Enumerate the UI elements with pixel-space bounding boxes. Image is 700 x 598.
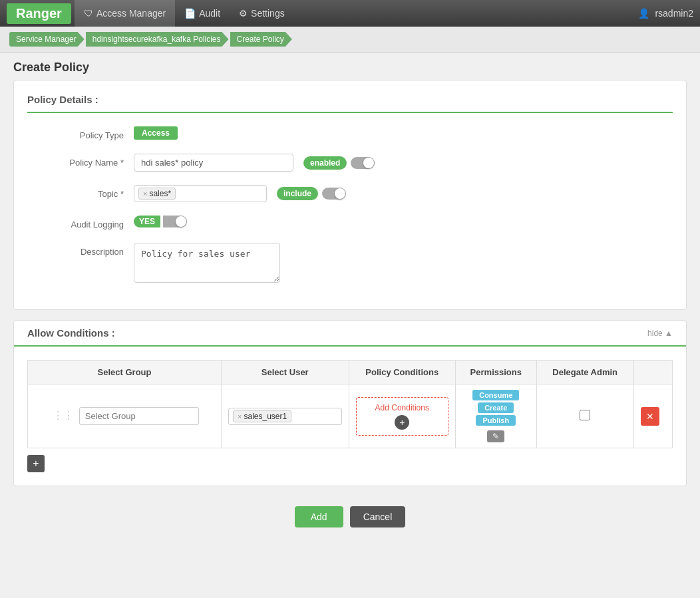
- toggle-knob: [363, 158, 374, 168]
- perm-publish: Publish: [476, 415, 516, 426]
- description-textarea[interactable]: Policy for sales user: [134, 243, 280, 283]
- policy-type-badge: Access: [134, 126, 178, 140]
- permissions-cell: Consume Create Publish ✎: [455, 384, 536, 448]
- table-row: ⋮⋮ × sales_user1: [28, 384, 673, 448]
- description-controls: Policy for sales user: [134, 243, 673, 283]
- topic-row: Topic * × sales* include: [27, 185, 673, 202]
- delete-row-button[interactable]: ✕: [641, 407, 659, 426]
- user-tag-remove[interactable]: ×: [238, 412, 242, 420]
- col-header-actions: [633, 361, 672, 384]
- topic-tag-input[interactable]: × sales*: [134, 185, 267, 202]
- cancel-button[interactable]: Cancel: [350, 506, 406, 527]
- conditions-cell: Add Conditions +: [349, 384, 455, 448]
- nav-access-manager[interactable]: 🛡 Access Manager: [75, 0, 175, 27]
- main-content: Policy Details : Policy Type Access Poli…: [0, 80, 700, 551]
- user-tag: × sales_user1: [233, 410, 291, 422]
- hide-link[interactable]: hide ▲: [647, 329, 673, 338]
- col-header-select-user: Select User: [222, 361, 349, 384]
- add-conditions-button[interactable]: Add Conditions +: [356, 397, 448, 436]
- nav-settings[interactable]: ⚙ Settings: [230, 0, 294, 27]
- description-row: Description Policy for sales user: [27, 243, 673, 283]
- include-label: include: [277, 187, 318, 200]
- topic-label: Topic *: [27, 185, 134, 199]
- policy-type-value: Access: [134, 126, 673, 140]
- permissions-edit-button[interactable]: ✎: [487, 430, 504, 442]
- policy-name-row: Policy Name * enabled: [27, 154, 673, 172]
- audit-logging-label: Audit Logging: [27, 216, 134, 229]
- top-navigation: Ranger 🛡 Access Manager 📄 Audit ⚙ Settin…: [0, 0, 700, 27]
- allow-conditions-title: Allow Conditions :: [27, 327, 115, 339]
- policy-details-section-title: Policy Details :: [27, 94, 673, 113]
- include-toggle[interactable]: [322, 188, 346, 200]
- topic-controls: × sales* include: [134, 185, 673, 202]
- user-info: 👤 rsadmin2: [638, 8, 693, 19]
- policy-name-label: Policy Name *: [27, 154, 134, 168]
- include-toggle-wrap: include: [277, 187, 346, 200]
- add-button[interactable]: Add: [295, 506, 343, 527]
- topic-tag: × sales*: [138, 188, 176, 200]
- col-header-policy-conditions: Policy Conditions: [349, 361, 455, 384]
- drag-handle[interactable]: ⋮⋮: [50, 407, 77, 424]
- allow-conditions-header: Allow Conditions : hide ▲: [14, 321, 686, 347]
- perm-create: Create: [478, 402, 514, 413]
- delete-cell: ✕: [633, 384, 672, 448]
- add-row-button[interactable]: +: [27, 455, 45, 472]
- permissions-wrap: Consume Create Publish ✎: [462, 390, 530, 442]
- doc-icon: 📄: [184, 8, 196, 19]
- user-icon: 👤: [638, 8, 649, 19]
- add-conditions-plus-icon[interactable]: +: [395, 415, 409, 430]
- perm-consume: Consume: [472, 390, 519, 400]
- audit-logging-controls: YES: [134, 216, 673, 227]
- group-cell: ⋮⋮: [28, 384, 222, 448]
- topic-tag-remove[interactable]: ×: [143, 190, 147, 198]
- policy-type-label: Policy Type: [27, 126, 134, 140]
- breadcrumb: Service Manager hdinsightsecurekafka_kaf…: [0, 27, 700, 53]
- description-label: Description: [27, 243, 134, 257]
- audit-toggle[interactable]: [163, 216, 187, 227]
- conditions-area: Select Group Select User Policy Conditio…: [14, 347, 686, 486]
- audit-toggle-knob: [176, 216, 186, 227]
- policy-enabled-toggle[interactable]: [351, 157, 375, 169]
- conditions-table: Select Group Select User Policy Conditio…: [27, 360, 673, 448]
- user-tag-input[interactable]: × sales_user1: [228, 408, 342, 425]
- nav-audit[interactable]: 📄 Audit: [175, 0, 230, 27]
- policy-name-input[interactable]: [134, 154, 293, 172]
- breadcrumb-kafka-policies[interactable]: hdinsightsecurekafka_kafka Policies: [86, 32, 229, 47]
- col-header-permissions: Permissions: [455, 361, 536, 384]
- policy-type-row: Policy Type Access: [27, 126, 673, 140]
- user-cell: × sales_user1: [222, 384, 349, 448]
- policy-name-controls: enabled: [134, 154, 673, 172]
- include-toggle-knob: [335, 188, 345, 199]
- col-header-select-group: Select Group: [28, 361, 222, 384]
- policy-details-card: Policy Details : Policy Type Access Poli…: [13, 80, 687, 310]
- gear-icon: ⚙: [239, 8, 248, 19]
- page-title: Create Policy: [0, 53, 700, 80]
- audit-logging-row: Audit Logging YES: [27, 216, 673, 229]
- policy-enabled-label: enabled: [303, 156, 347, 170]
- shield-icon: 🛡: [84, 8, 93, 19]
- yes-label: YES: [134, 216, 160, 227]
- brand-logo[interactable]: Ranger: [7, 3, 71, 24]
- select-group-input[interactable]: [79, 407, 199, 425]
- breadcrumb-service-manager[interactable]: Service Manager: [9, 32, 85, 47]
- bottom-actions: Add Cancel: [13, 496, 687, 537]
- breadcrumb-create-policy[interactable]: Create Policy: [230, 32, 292, 47]
- delegate-admin-checkbox[interactable]: [580, 410, 590, 420]
- audit-yes-toggle[interactable]: YES: [134, 216, 187, 227]
- allow-conditions-section: Allow Conditions : hide ▲ Select Group S…: [13, 320, 687, 486]
- delegate-admin-cell: [536, 384, 633, 448]
- col-header-delegate-admin: Delegate Admin: [536, 361, 633, 384]
- policy-enabled-toggle-wrap: enabled: [303, 156, 375, 170]
